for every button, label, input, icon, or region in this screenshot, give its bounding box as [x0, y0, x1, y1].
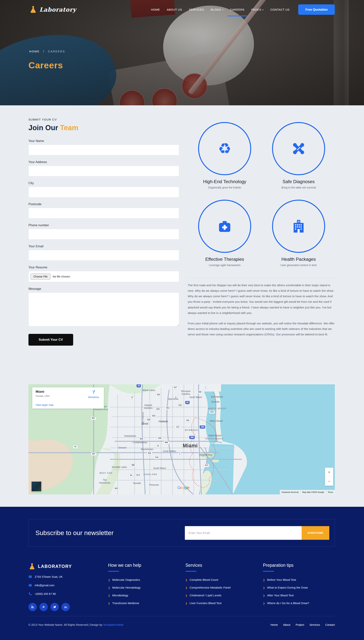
resume-file-input[interactable]: Choose File No file chosen — [28, 271, 179, 282]
newsletter-section: Subscribe to our newsletter SUBSCRIBE — [28, 519, 335, 547]
keyboard-shortcuts-link[interactable]: Keyboard shortcuts — [280, 491, 300, 493]
footer-bottom-bar: © 2013 Your Website Name. All Rights Res… — [28, 623, 335, 626]
address-input[interactable] — [28, 166, 179, 176]
subscribe-button[interactable]: SUBSCRIBE — [302, 526, 329, 540]
map-place-subtitle: Florida, USA — [36, 395, 50, 397]
footer-bottom-link[interactable]: Project — [296, 623, 304, 626]
footer-link[interactable]: Where do I Go for a Blood Draw? — [263, 601, 336, 605]
map-label: South Miami — [153, 467, 166, 470]
footer-link[interactable]: Molecular Hematology — [108, 586, 176, 589]
map-label: Westchester — [141, 448, 153, 451]
free-quotation-button[interactable]: Free Quotation — [298, 4, 335, 15]
footer-bottom-link[interactable]: About — [283, 623, 290, 626]
city-label: City — [28, 181, 179, 185]
footer-logo[interactable]: LABORATORY — [28, 563, 100, 570]
postcode-input[interactable] — [28, 208, 179, 219]
nav-item[interactable]: SERVICES — [189, 8, 204, 11]
email-row[interactable]: info@gmail.com — [28, 583, 100, 587]
terms-link[interactable]: Terms — [326, 491, 335, 493]
newsletter-email-input[interactable] — [185, 526, 302, 540]
flask-icon — [29, 6, 37, 14]
feature-card-technology: ♻ High-End Technology Organically grow t… — [188, 122, 262, 189]
footer-link[interactable]: Complete Blood Count — [186, 578, 254, 581]
footer-brand-name: LABORATORY — [38, 564, 72, 569]
file-status: No file chosen — [53, 275, 70, 278]
directions-link[interactable]: Directions — [86, 390, 101, 398]
zoom-in-button[interactable]: + — [325, 468, 333, 477]
footer-link[interactable]: Microbiology — [108, 594, 176, 597]
nav-item[interactable]: BLOGS — [211, 8, 223, 11]
logo[interactable]: Laboratory — [29, 6, 76, 14]
map-label: Kendale Lakes — [112, 466, 127, 468]
nav-item[interactable]: CAREERS — [230, 8, 244, 11]
chevron-right-icon — [186, 601, 187, 605]
footer-bottom-link[interactable]: Home — [270, 623, 278, 626]
footer-link[interactable]: Molecular Diagnostics — [108, 578, 176, 581]
map-label: 826 — [147, 452, 152, 455]
hero-section: Laboratory HOMEABOUT USSERVICESBLOGSCARE… — [0, 0, 364, 105]
choose-file-button[interactable]: Choose File — [30, 274, 50, 280]
map-label: 112 — [175, 425, 180, 429]
feature-card-diagnoses: Safe Diagnoses Bring to the table win su… — [262, 122, 336, 189]
chevron-right-icon — [186, 578, 187, 581]
main-content: SUBMIT YOUR CV Join Our Team Your Name Y… — [0, 105, 364, 507]
footer-link[interactable]: What to Expect During the Draw — [263, 586, 336, 589]
map-label: Surfside — [211, 400, 220, 403]
chevron-right-icon — [186, 594, 187, 597]
pinterest-icon[interactable]: P — [40, 603, 48, 611]
footer-link[interactable]: Liver Function Blood Test — [186, 601, 254, 605]
map-label: Bal Harbour — [211, 395, 223, 398]
map-label: Miami Lakes — [142, 389, 155, 392]
chevron-right-icon — [108, 578, 110, 581]
map-label: Opa-locka — [168, 397, 178, 400]
footer-link[interactable]: Transfusion Medicine — [108, 601, 176, 605]
feature-circle — [272, 122, 325, 175]
intro-paragraph-1: The first mate and his Skipper too will … — [188, 282, 336, 316]
phone-input[interactable] — [28, 229, 179, 240]
chevron-right-icon — [263, 586, 265, 589]
map-label: 836 — [139, 437, 144, 441]
footer-link[interactable]: Comprehensive Metabolic Panel — [186, 586, 254, 589]
map-zoom-control: + − — [325, 468, 333, 486]
map-label: Sweetwater — [124, 435, 136, 438]
view-larger-map-link[interactable]: View larger map — [36, 403, 54, 406]
map-embed[interactable]: 75Miami Lakes8171909Biscayne Gardens9242… — [28, 384, 335, 494]
chevron-right-icon — [108, 601, 110, 605]
templateonweb-link[interactable]: TemplateOnWeb — [103, 623, 124, 626]
message-textarea[interactable] — [28, 293, 179, 326]
svg-text:H: H — [298, 220, 299, 223]
chevron-right-icon — [263, 601, 265, 605]
map-label: Hialeah — [158, 420, 168, 423]
footer-bottom-link[interactable]: Services — [310, 623, 320, 626]
phone-row[interactable]: +(000) 345 67 89 — [28, 592, 100, 596]
breadcrumb-home[interactable]: HOME — [29, 50, 40, 53]
map-label: 1 — [178, 453, 182, 456]
careers-page: Laboratory HOMEABOUT USSERVICESBLOGSCARE… — [0, 0, 364, 640]
city-input[interactable] — [28, 187, 179, 197]
satellite-view-toggle[interactable] — [31, 481, 42, 492]
email-input[interactable] — [28, 250, 179, 261]
map-data-credit: Map data ©2025 Google — [301, 491, 326, 493]
nav-item[interactable]: HOME — [151, 8, 160, 11]
footer-bottom-link[interactable]: Contact — [325, 623, 335, 626]
footer-tips-column: Preparation tips Before Your Blood TestW… — [263, 563, 336, 609]
footer-column-title: Services — [186, 563, 254, 572]
nav-item[interactable]: PAGES — [251, 8, 264, 11]
name-input[interactable] — [28, 145, 179, 155]
zoom-out-button[interactable]: − — [325, 477, 333, 486]
submit-cv-button[interactable]: Submit Your CV — [28, 334, 73, 346]
footer-link[interactable]: After Your Blood Test — [263, 594, 336, 597]
rss-icon[interactable] — [28, 603, 37, 611]
nav-item[interactable]: ABOUT US — [167, 8, 182, 11]
map-label: 909 — [197, 390, 203, 394]
footer-link[interactable]: Before Your Blood Test — [263, 578, 336, 581]
nav-item[interactable]: CONTACT US — [270, 8, 290, 11]
intro-paragraph-2: From your initial phone call or inquiry … — [188, 321, 336, 337]
twitter-icon[interactable] — [50, 603, 59, 611]
map-label: 817 — [173, 386, 178, 389]
linkedin-icon[interactable]: in — [62, 603, 70, 611]
footer-link[interactable]: Cholesterol / Lipid Levels — [186, 594, 254, 597]
map-label: 874 — [135, 474, 141, 477]
map-label: 932 — [177, 404, 183, 407]
footer-column-title: Preparation tips — [263, 563, 336, 572]
